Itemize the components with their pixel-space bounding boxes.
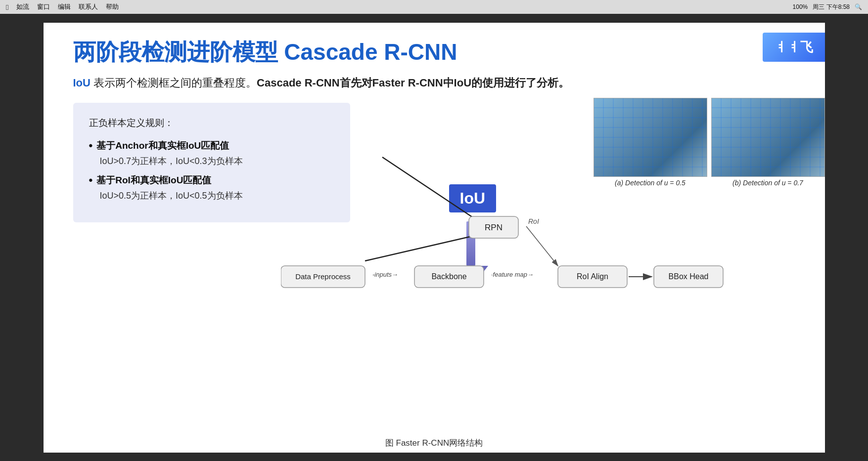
bullet-main-1: • 基于Anchor和真实框IoU匹配值	[89, 139, 334, 152]
svg-text:RoI: RoI	[528, 217, 539, 225]
menu-item-ruliou[interactable]: 如流	[16, 2, 29, 11]
menu-item-window[interactable]: 窗口	[37, 2, 50, 11]
bottom-caption: 图 Faster R-CNN网络结构	[44, 437, 825, 449]
menu-item-contacts[interactable]: 联系人	[79, 2, 98, 11]
menu-item-edit[interactable]: 编辑	[58, 2, 71, 11]
svg-text:Data Preprocess: Data Preprocess	[295, 272, 351, 281]
subtitle-bold: Cascade R-CNN首先对Faster R-CNN中IoU的使用进行了分析…	[257, 77, 569, 89]
slide-wrapper: ㅕㅕ飞 两阶段检测进阶模型 Cascade R-CNN IoU 表示两个检测框之…	[0, 14, 868, 461]
slide-logo: ㅕㅕ飞	[763, 33, 825, 62]
diagram-svg-container: RPN RoI Data Preprocess -inputs→ Backbon…	[281, 152, 825, 350]
slide: ㅕㅕ飞 两阶段检测进阶模型 Cascade R-CNN IoU 表示两个检测框之…	[44, 23, 825, 453]
bullet-text-1: 基于Anchor和真实框IoU匹配值	[96, 139, 229, 152]
search-icon[interactable]: 🔍	[855, 3, 862, 10]
iou-subtitle-highlight: IoU	[73, 77, 91, 89]
bullet-dot-1: •	[89, 139, 93, 152]
svg-text:Backbone: Backbone	[431, 272, 466, 281]
battery-status: 100%	[793, 3, 808, 10]
datetime-display: 周三 下午8:58	[813, 3, 850, 11]
menubar-left:  如流 窗口 编辑 联系人 帮助	[6, 2, 119, 11]
content-area: 正负样本定义规则： • 基于Anchor和真实框IoU匹配值 IoU>0.7为正…	[44, 91, 825, 223]
box-title: 正负样本定义规则：	[89, 117, 334, 129]
slide-subtitle: IoU 表示两个检测框之间的重叠程度。Cascade R-CNN首先对Faste…	[44, 66, 825, 91]
svg-text:RPN: RPN	[485, 223, 503, 232]
bullet-text-2: 基于RoI和真实框IoU匹配值	[96, 174, 211, 187]
svg-text:-inputs→: -inputs→	[372, 271, 398, 278]
menubar-right: 100% 周三 下午8:58 🔍	[793, 3, 862, 11]
flow-diagram-svg: RPN RoI Data Preprocess -inputs→ Backbon…	[281, 152, 825, 340]
menu-item-help[interactable]: 帮助	[106, 2, 119, 11]
menubar:  如流 窗口 编辑 联系人 帮助 100% 周三 下午8:58 🔍	[0, 0, 868, 14]
slide-title: 两阶段检测进阶模型 Cascade R-CNN	[44, 23, 825, 66]
svg-text:BBox Head: BBox Head	[668, 272, 708, 281]
svg-text:RoI Align: RoI Align	[576, 272, 608, 281]
svg-text:·feature map→: ·feature map→	[491, 271, 534, 278]
subtitle-text-part1: 表示两个检测框之间的重叠程度。	[91, 77, 257, 89]
bullet-dot-2: •	[89, 174, 93, 187]
svg-line-5	[526, 226, 558, 266]
apple-logo[interactable]: 	[6, 3, 8, 11]
right-area: (a) Detection of u = 0.5 (b) Detection o…	[370, 103, 795, 223]
